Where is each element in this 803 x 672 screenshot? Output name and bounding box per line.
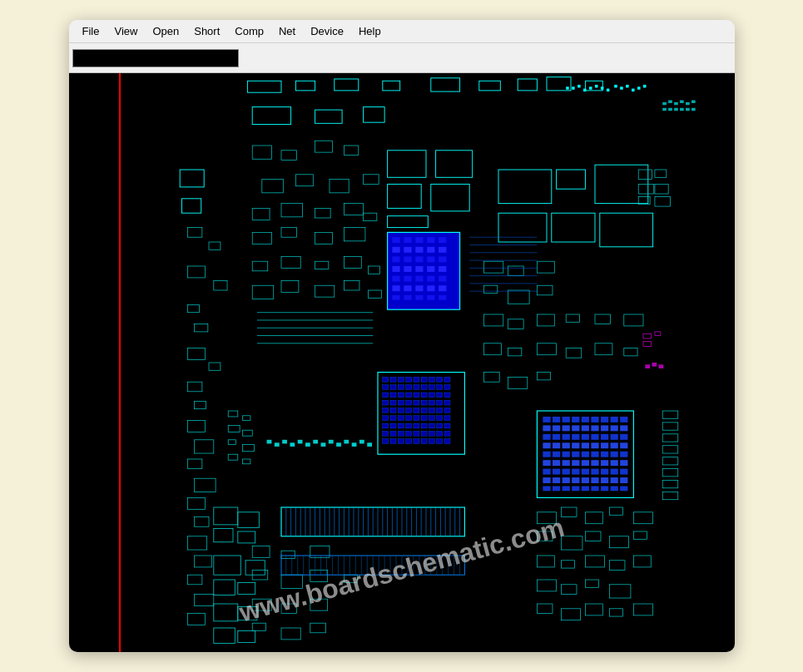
svg-rect-286 bbox=[187, 497, 205, 509]
svg-rect-34 bbox=[392, 247, 399, 253]
svg-rect-140 bbox=[405, 439, 411, 444]
svg-rect-437 bbox=[237, 630, 255, 642]
svg-rect-292 bbox=[187, 614, 205, 625]
svg-rect-493 bbox=[658, 364, 663, 368]
svg-rect-380 bbox=[228, 425, 240, 432]
svg-rect-100 bbox=[444, 400, 450, 405]
svg-rect-301 bbox=[252, 208, 270, 220]
svg-rect-199 bbox=[610, 460, 617, 466]
svg-rect-183 bbox=[543, 452, 550, 457]
svg-rect-223 bbox=[581, 486, 588, 491]
svg-rect-70 bbox=[421, 377, 427, 382]
toolbar-input[interactable] bbox=[72, 49, 239, 67]
menu-help[interactable]: Help bbox=[352, 22, 388, 40]
svg-rect-143 bbox=[429, 439, 434, 444]
svg-rect-306 bbox=[252, 232, 271, 244]
menu-device[interactable]: Device bbox=[304, 22, 350, 40]
svg-rect-360 bbox=[561, 536, 582, 550]
svg-rect-186 bbox=[572, 452, 579, 457]
canvas-area[interactable]: www.boardschematic.com bbox=[69, 73, 735, 652]
svg-rect-114 bbox=[413, 416, 419, 421]
svg-rect-308 bbox=[315, 232, 332, 244]
menu-file[interactable]: File bbox=[76, 22, 107, 40]
svg-rect-210 bbox=[543, 477, 550, 483]
svg-rect-119 bbox=[382, 423, 388, 428]
svg-rect-110 bbox=[382, 416, 388, 421]
svg-rect-288 bbox=[187, 536, 206, 550]
svg-rect-176 bbox=[562, 442, 569, 448]
svg-rect-267 bbox=[556, 170, 585, 189]
svg-rect-14 bbox=[595, 85, 597, 87]
main-window: File View Open Short Comp Net Device Hel… bbox=[69, 20, 735, 652]
svg-rect-337 bbox=[623, 348, 637, 356]
svg-rect-436 bbox=[213, 628, 235, 644]
svg-rect-390 bbox=[662, 457, 678, 465]
svg-rect-36 bbox=[415, 247, 423, 253]
svg-rect-107 bbox=[429, 408, 434, 413]
svg-rect-224 bbox=[591, 486, 598, 491]
svg-rect-2 bbox=[334, 79, 358, 91]
svg-rect-157 bbox=[552, 425, 559, 431]
svg-rect-375 bbox=[585, 604, 602, 615]
svg-rect-20 bbox=[632, 89, 634, 91]
svg-rect-423 bbox=[680, 108, 684, 111]
svg-rect-197 bbox=[591, 460, 598, 466]
menu-open[interactable]: Open bbox=[146, 22, 186, 40]
svg-rect-99 bbox=[436, 400, 442, 405]
svg-rect-87 bbox=[413, 393, 419, 398]
svg-rect-147 bbox=[543, 417, 550, 422]
svg-rect-296 bbox=[344, 146, 358, 156]
svg-rect-19 bbox=[626, 85, 628, 87]
svg-rect-388 bbox=[662, 434, 678, 442]
svg-rect-357 bbox=[609, 507, 622, 515]
svg-rect-142 bbox=[421, 439, 427, 444]
svg-rect-175 bbox=[552, 442, 559, 448]
menu-view[interactable]: View bbox=[107, 22, 144, 40]
svg-rect-55 bbox=[404, 285, 411, 291]
svg-rect-83 bbox=[382, 393, 388, 398]
svg-rect-113 bbox=[405, 416, 411, 421]
svg-rect-166 bbox=[552, 434, 559, 440]
svg-rect-102 bbox=[390, 408, 396, 413]
svg-rect-387 bbox=[662, 422, 678, 430]
menu-short[interactable]: Short bbox=[187, 22, 226, 40]
svg-rect-54 bbox=[392, 285, 399, 291]
menu-comp[interactable]: Comp bbox=[228, 22, 270, 40]
svg-rect-196 bbox=[581, 460, 588, 466]
svg-rect-345 bbox=[281, 575, 303, 588]
svg-rect-270 bbox=[551, 213, 594, 242]
svg-rect-160 bbox=[581, 425, 588, 431]
svg-rect-124 bbox=[421, 423, 427, 428]
svg-rect-313 bbox=[344, 256, 361, 268]
svg-rect-354 bbox=[537, 512, 556, 524]
svg-rect-300 bbox=[363, 175, 379, 185]
menu-net[interactable]: Net bbox=[272, 22, 302, 40]
svg-rect-43 bbox=[439, 256, 446, 262]
svg-rect-24 bbox=[315, 110, 341, 123]
svg-rect-138 bbox=[390, 439, 396, 444]
svg-rect-46 bbox=[415, 266, 423, 272]
svg-rect-331 bbox=[623, 314, 642, 326]
svg-rect-153 bbox=[600, 417, 607, 422]
svg-rect-416 bbox=[674, 102, 678, 105]
svg-rect-340 bbox=[537, 373, 550, 380]
svg-rect-274 bbox=[187, 266, 205, 278]
svg-rect-181 bbox=[610, 442, 617, 448]
red-line bbox=[119, 73, 121, 652]
svg-rect-182 bbox=[620, 442, 627, 448]
svg-rect-82 bbox=[444, 385, 450, 390]
svg-rect-454 bbox=[430, 184, 468, 210]
svg-rect-401 bbox=[274, 442, 279, 447]
svg-rect-145 bbox=[444, 439, 450, 444]
svg-rect-148 bbox=[552, 417, 559, 422]
svg-rect-104 bbox=[405, 408, 411, 413]
svg-rect-409 bbox=[336, 442, 341, 447]
svg-rect-150 bbox=[572, 417, 579, 422]
svg-rect-92 bbox=[382, 400, 388, 405]
svg-rect-66 bbox=[390, 377, 396, 382]
svg-rect-430 bbox=[213, 556, 240, 575]
svg-rect-415 bbox=[668, 100, 672, 102]
svg-rect-275 bbox=[213, 280, 226, 290]
svg-rect-284 bbox=[187, 459, 201, 469]
svg-rect-359 bbox=[537, 531, 553, 541]
